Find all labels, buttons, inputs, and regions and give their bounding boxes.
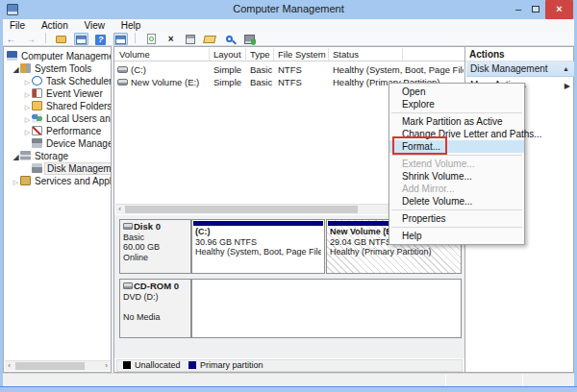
tree-horizontal-scrollbar[interactable]: ‹ › bbox=[5, 360, 111, 371]
title-bar[interactable]: Computer Management – × bbox=[0, 0, 577, 19]
menu-file[interactable]: File bbox=[3, 19, 32, 32]
menu-item-mark-partition-active[interactable]: Mark Partition as Active bbox=[389, 115, 524, 128]
console-tree-icon[interactable] bbox=[74, 33, 88, 45]
window-border bbox=[0, 386, 577, 392]
minimize-button[interactable]: – bbox=[511, 0, 526, 19]
scroll-left-icon[interactable]: ‹ bbox=[5, 361, 13, 371]
menu-separator bbox=[391, 209, 522, 210]
expander-collapsed-icon[interactable]: ▷ bbox=[12, 176, 20, 187]
local-users-groups-icon bbox=[32, 113, 42, 123]
status-bar bbox=[3, 373, 574, 386]
tree-item-disk-management[interactable]: Disk Management bbox=[4, 162, 111, 175]
tree-item-computer-management[interactable]: Computer Management (Local bbox=[4, 50, 111, 62]
maximize-button[interactable] bbox=[528, 0, 543, 19]
volume-icon bbox=[117, 79, 128, 86]
tree-item-local-users-groups[interactable]: ▷Local Users and Groups bbox=[4, 112, 111, 125]
menu-separator bbox=[391, 112, 522, 113]
maximize-icon bbox=[532, 6, 539, 12]
disk-management-icon bbox=[32, 163, 42, 173]
menu-item-add-mirror: Add Mirror... bbox=[389, 183, 524, 195]
properties-icon[interactable] bbox=[184, 33, 198, 45]
disk0-label-box[interactable]: Disk 0 Basic 60.00 GB Online bbox=[119, 219, 191, 274]
help-icon[interactable]: ? bbox=[93, 33, 108, 45]
menu-action[interactable]: Action bbox=[35, 19, 75, 32]
submenu-arrow-icon: ▶ bbox=[564, 82, 570, 90]
menu-item-explore[interactable]: Explore bbox=[389, 98, 524, 110]
find-icon[interactable] bbox=[222, 33, 237, 45]
scrollbar-thumb[interactable] bbox=[125, 206, 358, 213]
cdrom0-label-box[interactable]: CD-ROM 0 DVD (D:) No Media bbox=[119, 279, 191, 338]
open-folder-icon[interactable] bbox=[203, 33, 217, 45]
forward-icon[interactable]: → bbox=[23, 33, 38, 45]
partition-c[interactable]: (C:) 30.96 GB NTFS Healthy (System, Boot… bbox=[191, 219, 325, 274]
menu-item-properties[interactable]: Properties bbox=[389, 212, 524, 225]
menu-help[interactable]: Help bbox=[114, 19, 148, 32]
actions-pane-title: Actions bbox=[469, 49, 505, 60]
menu-item-open[interactable]: Open bbox=[389, 86, 524, 98]
action-pane-icon[interactable] bbox=[113, 33, 128, 45]
menu-item-delete-volume[interactable]: Delete Volume... bbox=[389, 195, 524, 208]
folder-icon[interactable] bbox=[54, 33, 68, 45]
close-button[interactable]: × bbox=[545, 0, 573, 19]
volume-icon bbox=[117, 66, 128, 73]
refresh-icon[interactable] bbox=[144, 33, 159, 45]
toolbar: ← → ? × bbox=[3, 32, 574, 46]
event-viewer-icon bbox=[32, 88, 42, 98]
expander-collapsed-icon[interactable]: ▷ bbox=[23, 101, 32, 112]
tree-item-storage[interactable]: ◢Storage bbox=[4, 150, 111, 162]
menu-bar: File Action View Help bbox=[3, 19, 574, 32]
column-file-system[interactable]: File System bbox=[278, 49, 326, 60]
expander-collapsed-icon[interactable]: ▷ bbox=[23, 113, 32, 125]
unallocated-legend-swatch bbox=[123, 361, 131, 369]
scrollbar-thumb[interactable] bbox=[15, 362, 85, 370]
task-scheduler-icon bbox=[32, 76, 42, 86]
primary-partition-legend-swatch bbox=[188, 361, 196, 369]
security-icon[interactable] bbox=[242, 33, 257, 45]
expander-expanded-icon[interactable]: ◢ bbox=[12, 63, 20, 75]
device-manager-icon bbox=[32, 138, 42, 148]
primary-partition-bar bbox=[193, 221, 323, 226]
storage-icon bbox=[20, 151, 31, 160]
tree-item-device-manager[interactable]: Device Manager bbox=[4, 137, 111, 150]
delete-icon[interactable]: × bbox=[163, 33, 178, 45]
tree-item-shared-folders[interactable]: ▷Shared Folders bbox=[4, 100, 111, 112]
menu-separator bbox=[391, 155, 522, 156]
performance-icon bbox=[32, 126, 42, 135]
console-tree-panel: Computer Management (Local ◢System Tools… bbox=[3, 46, 112, 373]
column-volume[interactable]: Volume bbox=[119, 49, 150, 60]
disk-icon bbox=[123, 223, 133, 230]
menu-item-extend-volume: Extend Volume... bbox=[389, 158, 524, 170]
expander-expanded-icon[interactable]: ◢ bbox=[12, 151, 20, 162]
expander-collapsed-icon[interactable]: ▷ bbox=[23, 88, 32, 100]
scroll-left-icon[interactable]: ‹ bbox=[115, 205, 124, 214]
toolbar-separator bbox=[45, 33, 46, 43]
volume-list-header: Volume Layout Type File System Status bbox=[114, 47, 464, 61]
tree-item-performance[interactable]: ▷Performance bbox=[4, 125, 111, 137]
expander-collapsed-icon[interactable]: ▷ bbox=[23, 126, 32, 137]
menu-item-shrink-volume[interactable]: Shrink Volume... bbox=[389, 170, 524, 183]
window-title: Computer Management bbox=[0, 3, 577, 14]
scroll-right-icon[interactable]: › bbox=[102, 361, 111, 371]
shared-folders-icon bbox=[32, 101, 42, 110]
menu-view[interactable]: View bbox=[77, 19, 112, 32]
expander-collapsed-icon[interactable]: ▷ bbox=[23, 76, 32, 87]
tree-item-services-applications[interactable]: ▷Services and Applications bbox=[4, 175, 111, 187]
actions-disk-management-header[interactable]: Disk Management ▲ bbox=[466, 61, 574, 77]
cdrom-icon bbox=[123, 282, 133, 289]
tree-item-task-scheduler[interactable]: ▷Task Scheduler bbox=[4, 75, 111, 87]
column-type[interactable]: Type bbox=[250, 49, 270, 60]
cdrom0-content-area[interactable] bbox=[191, 279, 462, 338]
tree-item-system-tools[interactable]: ◢System Tools bbox=[4, 62, 111, 75]
computer-management-icon bbox=[7, 51, 17, 61]
back-icon[interactable]: ← bbox=[4, 33, 18, 45]
menu-separator bbox=[391, 227, 522, 228]
column-status[interactable]: Status bbox=[333, 49, 359, 60]
window-border bbox=[0, 19, 3, 386]
tree-item-event-viewer[interactable]: ▷Event Viewer bbox=[4, 87, 111, 100]
column-layout[interactable]: Layout bbox=[213, 49, 241, 60]
collapse-icon[interactable]: ▲ bbox=[563, 61, 569, 77]
volume-row-c[interactable]: (C:) Simple Basic NTFS Healthy (System, … bbox=[114, 63, 464, 76]
toolbar-separator bbox=[135, 33, 136, 43]
computer-management-window: Computer Management – × File Action View… bbox=[0, 0, 577, 392]
menu-item-help[interactable]: Help bbox=[389, 230, 524, 242]
